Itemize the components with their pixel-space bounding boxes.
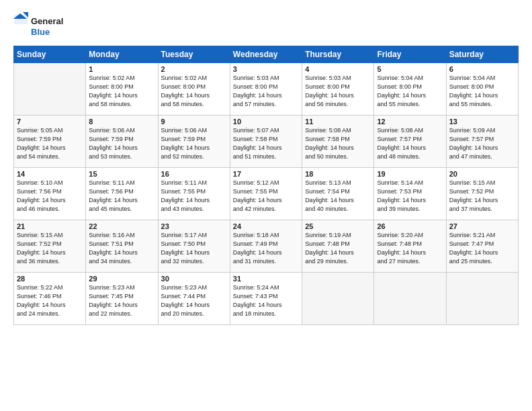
day-info: Sunrise: 5:05 AM Sunset: 7:59 PM Dayligh… — [17, 126, 83, 161]
calendar-cell — [302, 273, 374, 325]
day-number: 22 — [89, 222, 154, 230]
day-info: Sunrise: 5:20 AM Sunset: 7:48 PM Dayligh… — [377, 231, 443, 266]
calendar-week-row: 7Sunrise: 5:05 AM Sunset: 7:59 PM Daylig… — [14, 116, 519, 168]
calendar-cell: 25Sunrise: 5:19 AM Sunset: 7:48 PM Dayli… — [302, 220, 374, 273]
calendar-cell: 19Sunrise: 5:14 AM Sunset: 7:53 PM Dayli… — [374, 168, 446, 220]
calendar-week-row: 21Sunrise: 5:15 AM Sunset: 7:52 PM Dayli… — [14, 220, 519, 273]
day-number: 12 — [377, 118, 443, 126]
calendar-table: SundayMondayTuesdayWednesdayThursdayFrid… — [13, 46, 519, 325]
weekday-header: Tuesday — [158, 46, 230, 63]
day-info: Sunrise: 5:21 AM Sunset: 7:47 PM Dayligh… — [449, 231, 515, 266]
day-number: 7 — [17, 118, 83, 126]
day-info: Sunrise: 5:03 AM Sunset: 8:00 PM Dayligh… — [305, 74, 371, 109]
weekday-header: Monday — [86, 46, 158, 63]
calendar-cell: 5Sunrise: 5:04 AM Sunset: 8:00 PM Daylig… — [374, 63, 446, 116]
day-info: Sunrise: 5:02 AM Sunset: 8:00 PM Dayligh… — [161, 74, 227, 109]
calendar-week-row: 28Sunrise: 5:22 AM Sunset: 7:46 PM Dayli… — [14, 273, 519, 325]
day-number: 26 — [377, 222, 443, 230]
calendar-cell: 11Sunrise: 5:08 AM Sunset: 7:58 PM Dayli… — [302, 116, 374, 168]
calendar-cell — [446, 273, 518, 325]
calendar-cell: 17Sunrise: 5:12 AM Sunset: 7:55 PM Dayli… — [230, 168, 302, 220]
calendar-cell — [374, 273, 446, 325]
day-number: 15 — [89, 170, 154, 178]
day-number: 27 — [449, 222, 515, 230]
weekday-header: Saturday — [446, 46, 518, 63]
page-header: General Blue — [13, 12, 519, 39]
day-number: 16 — [161, 170, 227, 178]
day-info: Sunrise: 5:08 AM Sunset: 7:57 PM Dayligh… — [377, 126, 443, 161]
day-number: 8 — [89, 118, 154, 126]
day-number: 10 — [233, 118, 299, 126]
calendar-cell: 4Sunrise: 5:03 AM Sunset: 8:00 PM Daylig… — [302, 63, 374, 116]
day-number: 25 — [305, 222, 371, 230]
day-info: Sunrise: 5:24 AM Sunset: 7:43 PM Dayligh… — [233, 283, 299, 318]
weekday-header: Sunday — [14, 46, 86, 63]
day-info: Sunrise: 5:15 AM Sunset: 7:52 PM Dayligh… — [449, 179, 515, 214]
day-info: Sunrise: 5:12 AM Sunset: 7:55 PM Dayligh… — [233, 179, 299, 214]
day-number: 20 — [449, 170, 515, 178]
day-info: Sunrise: 5:17 AM Sunset: 7:50 PM Dayligh… — [161, 231, 227, 266]
calendar-cell: 8Sunrise: 5:06 AM Sunset: 7:59 PM Daylig… — [86, 116, 158, 168]
logo-svg: General Blue — [13, 12, 67, 39]
calendar-cell: 21Sunrise: 5:15 AM Sunset: 7:52 PM Dayli… — [14, 220, 86, 273]
day-info: Sunrise: 5:22 AM Sunset: 7:46 PM Dayligh… — [17, 283, 83, 318]
calendar-cell: 3Sunrise: 5:03 AM Sunset: 8:00 PM Daylig… — [230, 63, 302, 116]
day-info: Sunrise: 5:06 AM Sunset: 7:59 PM Dayligh… — [161, 126, 227, 161]
day-info: Sunrise: 5:18 AM Sunset: 7:49 PM Dayligh… — [233, 231, 299, 266]
calendar-cell — [14, 63, 86, 116]
calendar-cell: 26Sunrise: 5:20 AM Sunset: 7:48 PM Dayli… — [374, 220, 446, 273]
day-info: Sunrise: 5:15 AM Sunset: 7:52 PM Dayligh… — [17, 231, 83, 266]
calendar-cell: 24Sunrise: 5:18 AM Sunset: 7:49 PM Dayli… — [230, 220, 302, 273]
day-number: 30 — [161, 275, 227, 283]
day-info: Sunrise: 5:10 AM Sunset: 7:56 PM Dayligh… — [17, 179, 83, 214]
calendar-cell: 14Sunrise: 5:10 AM Sunset: 7:56 PM Dayli… — [14, 168, 86, 220]
day-info: Sunrise: 5:13 AM Sunset: 7:54 PM Dayligh… — [305, 179, 371, 214]
calendar-cell: 22Sunrise: 5:16 AM Sunset: 7:51 PM Dayli… — [86, 220, 158, 273]
svg-text:Blue: Blue — [31, 27, 50, 37]
calendar-cell: 1Sunrise: 5:02 AM Sunset: 8:00 PM Daylig… — [86, 63, 158, 116]
weekday-header: Friday — [374, 46, 446, 63]
day-number: 29 — [89, 275, 154, 283]
day-info: Sunrise: 5:11 AM Sunset: 7:56 PM Dayligh… — [89, 179, 154, 214]
day-number: 6 — [449, 65, 515, 73]
day-number: 31 — [233, 275, 299, 283]
day-info: Sunrise: 5:23 AM Sunset: 7:44 PM Dayligh… — [161, 283, 227, 318]
day-info: Sunrise: 5:06 AM Sunset: 7:59 PM Dayligh… — [89, 126, 154, 161]
day-number: 5 — [377, 65, 443, 73]
logo: General Blue — [13, 12, 67, 39]
day-number: 17 — [233, 170, 299, 178]
calendar-cell: 16Sunrise: 5:11 AM Sunset: 7:55 PM Dayli… — [158, 168, 230, 220]
day-info: Sunrise: 5:19 AM Sunset: 7:48 PM Dayligh… — [305, 231, 371, 266]
calendar-cell: 7Sunrise: 5:05 AM Sunset: 7:59 PM Daylig… — [14, 116, 86, 168]
day-number: 23 — [161, 222, 227, 230]
calendar-cell: 20Sunrise: 5:15 AM Sunset: 7:52 PM Dayli… — [446, 168, 518, 220]
calendar-week-row: 14Sunrise: 5:10 AM Sunset: 7:56 PM Dayli… — [14, 168, 519, 220]
calendar-week-row: 1Sunrise: 5:02 AM Sunset: 8:00 PM Daylig… — [14, 63, 519, 116]
weekday-header: Thursday — [302, 46, 374, 63]
day-info: Sunrise: 5:04 AM Sunset: 8:00 PM Dayligh… — [377, 74, 443, 109]
calendar-cell: 29Sunrise: 5:23 AM Sunset: 7:45 PM Dayli… — [86, 273, 158, 325]
calendar-cell: 2Sunrise: 5:02 AM Sunset: 8:00 PM Daylig… — [158, 63, 230, 116]
day-info: Sunrise: 5:16 AM Sunset: 7:51 PM Dayligh… — [89, 231, 154, 266]
day-info: Sunrise: 5:23 AM Sunset: 7:45 PM Dayligh… — [89, 283, 154, 318]
day-number: 11 — [305, 118, 371, 126]
day-number: 18 — [305, 170, 371, 178]
day-number: 9 — [161, 118, 227, 126]
weekday-header: Wednesday — [230, 46, 302, 63]
calendar-cell: 27Sunrise: 5:21 AM Sunset: 7:47 PM Dayli… — [446, 220, 518, 273]
calendar-cell: 15Sunrise: 5:11 AM Sunset: 7:56 PM Dayli… — [86, 168, 158, 220]
day-info: Sunrise: 5:14 AM Sunset: 7:53 PM Dayligh… — [377, 179, 443, 214]
calendar-cell: 31Sunrise: 5:24 AM Sunset: 7:43 PM Dayli… — [230, 273, 302, 325]
day-number: 14 — [17, 170, 83, 178]
day-number: 28 — [17, 275, 83, 283]
svg-text:General: General — [31, 16, 63, 26]
day-info: Sunrise: 5:04 AM Sunset: 8:00 PM Dayligh… — [449, 74, 515, 109]
day-info: Sunrise: 5:07 AM Sunset: 7:58 PM Dayligh… — [233, 126, 299, 161]
calendar-cell: 23Sunrise: 5:17 AM Sunset: 7:50 PM Dayli… — [158, 220, 230, 273]
day-number: 4 — [305, 65, 371, 73]
day-number: 1 — [89, 65, 154, 73]
calendar-cell: 12Sunrise: 5:08 AM Sunset: 7:57 PM Dayli… — [374, 116, 446, 168]
calendar-header-row: SundayMondayTuesdayWednesdayThursdayFrid… — [14, 46, 519, 63]
day-number: 2 — [161, 65, 227, 73]
calendar-cell: 30Sunrise: 5:23 AM Sunset: 7:44 PM Dayli… — [158, 273, 230, 325]
